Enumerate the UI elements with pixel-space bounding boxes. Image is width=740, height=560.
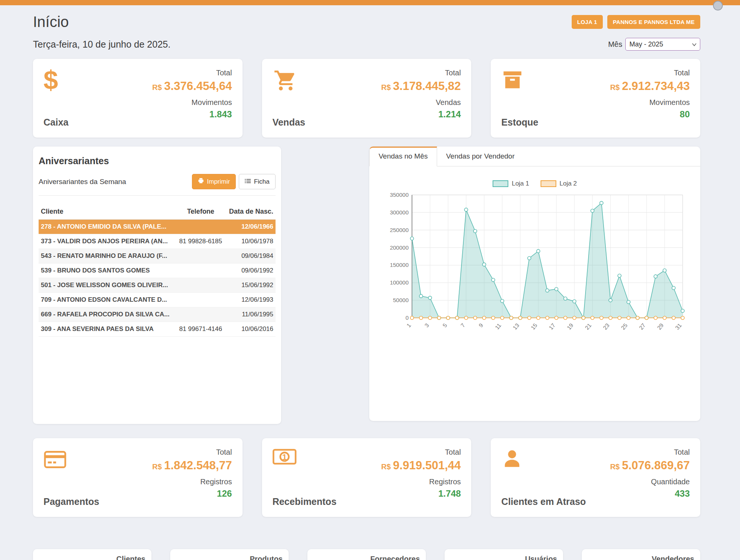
chart-area: Loja 1 Loja 2 05000010000015000020000025… — [369, 166, 700, 355]
tab-vendas-no-mes[interactable]: Vendas no Mês — [369, 147, 437, 166]
user-avatar[interactable] — [713, 1, 723, 10]
svg-text:1: 1 — [405, 322, 412, 328]
birthdays-title: Aniversariantes — [39, 156, 276, 166]
stat-card-recebimentos: 1 Recebimentos Total R$9.919.501,44 Regi… — [262, 438, 472, 517]
count-value: 1.843 — [152, 109, 232, 120]
birthday-row[interactable]: 373 - VALDIR DOS ANJOS PEREIRA (AN...81 … — [39, 234, 276, 249]
cell-birth: 11/06/1995 — [225, 307, 276, 322]
birthday-row[interactable]: 309 - ANA SEVERINA PAES DA SILVA81 99671… — [39, 322, 276, 337]
svg-text:1: 1 — [282, 452, 286, 462]
svg-text:19: 19 — [565, 322, 574, 331]
cell-client: 669 - RAFAELA PROCOPIO DA SILVA CA... — [39, 307, 176, 322]
cell-birth: 15/06/1992 — [225, 278, 276, 293]
main-content: Início LOJA 1 PANNOS E PANNOS LTDA ME Te… — [0, 13, 740, 560]
legend-label: Loja 1 — [512, 180, 529, 187]
total-label: Total — [610, 69, 690, 77]
legend-item: Loja 2 — [541, 180, 577, 187]
mini-card-produtos: Produtos — [170, 549, 289, 560]
store-badges: LOJA 1 PANNOS E PANNOS LTDA ME — [572, 15, 700, 29]
mini-card-label: Clientes — [116, 555, 145, 560]
svg-text:25: 25 — [620, 322, 629, 331]
print-button[interactable]: Imprimir — [192, 174, 236, 189]
svg-text:31: 31 — [674, 322, 683, 331]
birthday-row[interactable]: 278 - ANTONIO EMIDIO DA SILVA (PALE...12… — [39, 220, 276, 234]
col-phone: Telefone — [176, 204, 225, 220]
cell-birth: 09/06/1984 — [225, 249, 276, 264]
svg-text:3: 3 — [423, 322, 430, 328]
svg-text:27: 27 — [638, 322, 647, 331]
stat-card-caixa: $ Caixa Total R$3.376.454,64 Movimentos … — [33, 59, 243, 138]
svg-text:350000: 350000 — [389, 192, 408, 198]
svg-text:7: 7 — [459, 322, 466, 328]
svg-text:50000: 50000 — [393, 297, 409, 303]
tab-vendas-por-vendedor[interactable]: Vendas por Vendedor — [437, 147, 524, 166]
cell-phone — [176, 293, 225, 307]
dollar-icon: $ — [43, 69, 68, 93]
count-value: 1.214 — [381, 109, 461, 120]
birthday-row[interactable]: 501 - JOSE WELISSON GOMES OLIVEIR...15/0… — [39, 278, 276, 293]
stat-name: Pagamentos — [43, 496, 99, 507]
printer-icon — [198, 178, 204, 186]
stat-card-pagamentos: Pagamentos Total R$1.842.548,77 Registro… — [33, 438, 243, 517]
svg-text:21: 21 — [583, 322, 592, 331]
stats-top-row: $ Caixa Total R$3.376.454,64 Movimentos … — [33, 59, 700, 138]
cell-phone — [176, 249, 225, 264]
birthdays-card: Aniversariantes Aniversariantes da Seman… — [33, 147, 281, 424]
mini-card-fornecedores: Fornecedores — [307, 549, 426, 560]
mini-card-usuarios: Usuários — [445, 549, 563, 560]
cell-birth: 10/06/2016 — [225, 322, 276, 337]
month-select[interactable]: May - 2025 — [625, 38, 700, 51]
banknote-icon: 1 — [273, 448, 297, 473]
birthday-row[interactable]: 539 - BRUNO DOS SANTOS GOMES09/06/1992 — [39, 264, 276, 278]
birthday-row[interactable]: 543 - RENATO MARINHO DE ARAUJO (F...09/0… — [39, 249, 276, 264]
birthday-row[interactable]: 669 - RAFAELA PROCOPIO DA SILVA CA...11/… — [39, 307, 276, 322]
count-label: Quantidade — [610, 478, 690, 486]
count-label: Registros — [381, 478, 461, 486]
person-icon — [501, 448, 526, 473]
svg-text:100000: 100000 — [389, 279, 408, 286]
total-amount: R$5.076.869,67 — [610, 459, 690, 472]
cell-client: 539 - BRUNO DOS SANTOS GOMES — [39, 264, 176, 278]
date-row: Terça-feira, 10 de junho de 2025. Mês Ma… — [33, 38, 700, 51]
svg-text:15: 15 — [529, 322, 538, 331]
svg-text:150000: 150000 — [389, 262, 408, 268]
month-select-box: May - 2025 — [625, 38, 700, 51]
count-value: 126 — [152, 488, 232, 499]
birthday-table-body: 278 - ANTONIO EMIDIO DA SILVA (PALE...12… — [39, 220, 276, 337]
birthday-row[interactable]: 709 - ANTONIO EDSON CAVALCANTE D...12/06… — [39, 293, 276, 307]
store-badge-loja1[interactable]: LOJA 1 — [572, 15, 603, 29]
ficha-button[interactable]: Ficha — [239, 174, 276, 189]
cell-client: 709 - ANTONIO EDSON CAVALCANTE D... — [39, 293, 176, 307]
svg-text:23: 23 — [602, 322, 611, 331]
month-filter: Mês May - 2025 — [608, 38, 700, 51]
current-date: Terça-feira, 10 de junho de 2025. — [33, 39, 171, 50]
svg-text:250000: 250000 — [389, 227, 408, 233]
col-birth: Data de Nasc. — [225, 204, 276, 220]
stat-card-estoque: Estoque Total R$2.912.734,43 Movimentos … — [491, 59, 700, 138]
mini-card-clientes: Clientes — [33, 549, 151, 560]
legend-swatch-loja2 — [541, 180, 556, 187]
svg-text:200000: 200000 — [389, 244, 408, 251]
ficha-button-label: Ficha — [254, 178, 270, 186]
count-label: Movimentos — [152, 98, 232, 107]
svg-text:0: 0 — [405, 314, 408, 321]
total-amount: R$3.178.445,82 — [381, 79, 461, 93]
company-badge[interactable]: PANNOS E PANNOS LTDA ME — [607, 15, 700, 29]
svg-text:300000: 300000 — [389, 209, 408, 216]
total-label: Total — [152, 69, 232, 77]
cell-client: 278 - ANTONIO EMIDIO DA SILVA (PALE... — [39, 220, 176, 234]
svg-text:17: 17 — [547, 322, 556, 331]
legend-item: Loja 1 — [493, 180, 529, 187]
stat-name: Estoque — [501, 117, 538, 128]
middle-row: Aniversariantes Aniversariantes da Seman… — [33, 147, 700, 424]
cell-phone — [176, 264, 225, 278]
cell-birth: 12/06/1966 — [225, 220, 276, 234]
sales-chart: 0500001000001500002000002500003000003500… — [381, 190, 689, 351]
stat-card-vendas: Vendas Total R$3.178.445,82 Vendas 1.214 — [262, 59, 472, 138]
cell-phone — [176, 220, 225, 234]
box-icon — [501, 69, 526, 93]
birthday-table: Cliente Telefone Data de Nasc. 278 - ANT… — [39, 204, 276, 337]
birthdays-subtitle: Aniversariantes da Semana — [39, 178, 126, 186]
cell-phone: 81 99828-6185 — [176, 234, 225, 249]
col-client: Cliente — [39, 204, 176, 220]
